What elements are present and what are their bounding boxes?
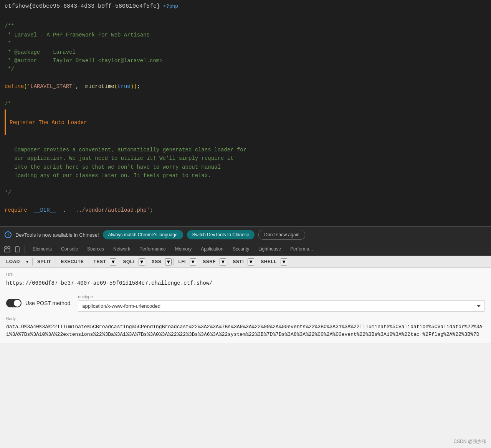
- hackbar-ssrf-button[interactable]: SSRF: [200, 257, 219, 266]
- post-method-toggle[interactable]: [6, 299, 21, 307]
- body-text: data=O%3A40%3A%22Illuminate%5CBroadcasti…: [6, 323, 485, 338]
- tab-lighthouse[interactable]: Lighthouse: [254, 243, 286, 256]
- separator-7: [198, 258, 198, 265]
- hackbar-ssrf-arrow[interactable]: ▼: [220, 258, 226, 265]
- separator-8: [228, 258, 228, 265]
- code-require: require: [5, 207, 27, 213]
- tab-elements[interactable]: Elements: [28, 243, 56, 256]
- url-label: URL: [6, 272, 485, 277]
- svg-point-4: [17, 251, 18, 252]
- separator-5: [147, 258, 147, 265]
- hackbar-execute-button[interactable]: EXECUTE: [58, 257, 87, 266]
- csdn-footer: CSDN @强少张: [453, 438, 486, 445]
- separator-4: [118, 258, 118, 265]
- hackbar-panel: LOAD ▼ SPLIT EXECUTE TEST ▼ SQLI ▼ XSS ▼…: [0, 256, 491, 448]
- hackbar-split-button[interactable]: SPLIT: [34, 257, 55, 266]
- hackbar-ssti-button[interactable]: SSTI: [230, 257, 247, 266]
- php-tag: <?php: [163, 3, 178, 9]
- hackbar-ssti-arrow[interactable]: ▼: [248, 258, 254, 265]
- hackbar-sqli-arrow[interactable]: ▼: [139, 258, 145, 265]
- switch-devtools-button[interactable]: Switch DevTools to Chinese: [187, 230, 255, 239]
- enctype-label: enctype: [78, 294, 485, 299]
- hackbar-shell-arrow[interactable]: ▼: [281, 258, 287, 265]
- devtools-tab-bar: Elements Console Sources Network Perform…: [0, 243, 491, 256]
- svg-rect-2: [8, 247, 10, 248]
- page-title: ctfshow{0c0bee95-6843-4d33-b0ff-580610e4…: [5, 3, 160, 10]
- hackbar-lfi-button[interactable]: LFI: [175, 257, 189, 266]
- hackbar-xss-button[interactable]: XSS: [149, 257, 165, 266]
- hackbar-load-dropdown: ▼: [24, 258, 31, 265]
- enctype-section: enctype application/x-www-form-urlencode…: [78, 294, 485, 312]
- svg-rect-0: [5, 247, 7, 248]
- separator-6: [173, 258, 174, 265]
- devtools-device-icon[interactable]: [13, 245, 21, 254]
- code-block: /** * Laravel – A PHP Framework For Web …: [5, 13, 486, 223]
- hackbar-content: URL Use POST method enctype application/…: [0, 268, 491, 343]
- separator-1: [32, 258, 33, 265]
- devtools-icon-group: [3, 245, 25, 254]
- tab-application[interactable]: Application: [196, 243, 228, 256]
- hackbar-test-button[interactable]: TEST: [91, 257, 109, 266]
- enctype-select[interactable]: application/x-www-form-urlencoded multip…: [78, 300, 485, 312]
- code-area: ctfshow{0c0bee95-6843-4d33-b0ff-580610e4…: [0, 0, 491, 226]
- comment-box: Register The Auto Loader: [5, 110, 486, 135]
- svg-rect-1: [5, 249, 10, 252]
- hackbar-load-button[interactable]: LOAD: [3, 257, 23, 266]
- always-match-button[interactable]: Always match Chrome's language: [103, 230, 183, 239]
- register-title: Register The Auto Loader: [10, 119, 87, 126]
- hackbar-load-arrow[interactable]: ▼: [24, 258, 31, 265]
- tab-console[interactable]: Console: [56, 243, 83, 256]
- tab-performance[interactable]: Performance: [135, 243, 170, 256]
- separator-3: [89, 258, 89, 265]
- hackbar-lfi-arrow[interactable]: ▼: [190, 258, 196, 265]
- toggle-knob: [14, 300, 21, 307]
- hackbar-sqli-button[interactable]: SQLI: [120, 257, 137, 266]
- post-toggle-container: Use POST method: [6, 299, 70, 307]
- url-input[interactable]: [6, 279, 485, 288]
- code-comment-header: /** * Laravel – A PHP Framework For Web …: [5, 23, 163, 72]
- hackbar-shell-button[interactable]: SHELL: [258, 257, 280, 266]
- devtools-message: DevTools is now available in Chinese!: [15, 232, 99, 238]
- info-icon: i: [5, 231, 12, 238]
- tab-sources[interactable]: Sources: [83, 243, 109, 256]
- separator-9: [256, 258, 256, 265]
- dont-show-again-button[interactable]: Don't show again: [258, 230, 305, 240]
- tab-performance2[interactable]: Performa...: [286, 243, 317, 256]
- devtools-inspect-icon[interactable]: [3, 245, 12, 254]
- devtools-notify-bar: i DevTools is now available in Chinese! …: [0, 226, 491, 243]
- separator-2: [56, 258, 56, 265]
- hackbar-toolbar: LOAD ▼ SPLIT EXECUTE TEST ▼ SQLI ▼ XSS ▼…: [0, 256, 491, 268]
- body-label: Body: [6, 316, 485, 321]
- tab-network[interactable]: Network: [109, 243, 135, 256]
- tab-security[interactable]: Security: [228, 243, 254, 256]
- csdn-text: CSDN @强少张: [453, 439, 486, 444]
- code-define: define: [5, 83, 24, 90]
- post-enctype-row: Use POST method enctype application/x-ww…: [6, 294, 485, 312]
- tab-memory[interactable]: Memory: [170, 243, 196, 256]
- hackbar-test-arrow[interactable]: ▼: [110, 258, 116, 265]
- post-toggle-label: Use POST method: [25, 300, 70, 306]
- hackbar-xss-arrow[interactable]: ▼: [165, 258, 172, 265]
- code-body-comment: Composer provides a convenient, automati…: [5, 147, 246, 179]
